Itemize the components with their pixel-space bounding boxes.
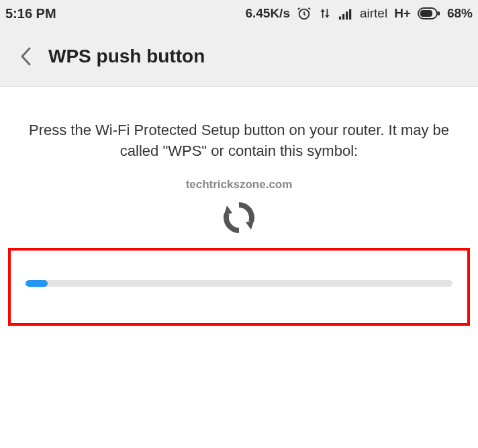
data-transfer-icon bbox=[318, 7, 332, 20]
progress-bar bbox=[26, 280, 452, 287]
svg-rect-6 bbox=[420, 10, 432, 17]
carrier-label: airtel bbox=[360, 6, 387, 21]
status-time: 5:16 PM bbox=[5, 6, 56, 21]
progress-highlight bbox=[8, 248, 470, 326]
svg-rect-4 bbox=[349, 9, 351, 20]
battery-percent: 68% bbox=[447, 6, 473, 21]
wps-symbol-icon bbox=[220, 198, 258, 237]
network-type: H+ bbox=[394, 6, 411, 21]
watermark-text: techtrickszone.com bbox=[27, 178, 451, 191]
alarm-icon bbox=[297, 6, 312, 21]
progress-fill bbox=[26, 280, 48, 287]
svg-rect-1 bbox=[339, 17, 341, 20]
instruction-text: Press the Wi-Fi Protected Setup button o… bbox=[27, 120, 451, 162]
svg-rect-3 bbox=[346, 11, 348, 19]
signal-icon bbox=[338, 7, 353, 20]
svg-rect-2 bbox=[342, 14, 344, 19]
main-content: Press the Wi-Fi Protected Setup button o… bbox=[0, 87, 478, 237]
status-bar: 5:16 PM 6.45K/s airtel H+ bbox=[0, 0, 478, 27]
data-speed: 6.45K/s bbox=[245, 6, 290, 21]
svg-marker-9 bbox=[224, 206, 233, 216]
app-header: WPS push button bbox=[0, 27, 478, 87]
svg-marker-8 bbox=[246, 220, 254, 230]
page-title: WPS push button bbox=[48, 46, 205, 67]
back-button[interactable] bbox=[12, 43, 39, 70]
battery-icon bbox=[418, 7, 440, 19]
svg-rect-7 bbox=[438, 11, 440, 15]
